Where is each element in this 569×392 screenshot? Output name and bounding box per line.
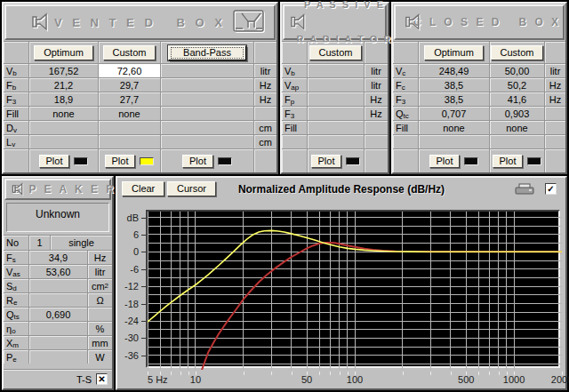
- closed-optimum-plot-button[interactable]: Plot: [429, 155, 461, 168]
- passive-radiator-panel: P A S S I V E R A D I A T O R Custom Vb …: [280, 2, 389, 174]
- x-axis-labels: 5 Hz105010050010002000: [148, 372, 562, 387]
- closed-fill-optimum-value[interactable]: none: [418, 120, 489, 134]
- speaker-eta-unit: %: [87, 321, 112, 335]
- vented-f3-bandpass-value[interactable]: [160, 92, 253, 106]
- vented-f3-custom-value[interactable]: 27,7: [98, 92, 160, 106]
- print-checkbox[interactable]: ✓: [545, 183, 557, 195]
- passive-fp-value[interactable]: [307, 92, 364, 106]
- vented-box-icon: [233, 10, 267, 35]
- speaker-qts-value[interactable]: 0,690: [28, 307, 87, 321]
- closed-row-label-qtc: Qtc: [393, 106, 418, 120]
- speaker-icon: [290, 12, 311, 32]
- closed-qtc-optimum-value[interactable]: 0,707: [418, 106, 489, 120]
- speaker-re-value[interactable]: [28, 292, 87, 307]
- vented-lv-optimum-value[interactable]: [28, 134, 98, 148]
- closed-f3-optimum-value[interactable]: 38,5: [418, 92, 489, 106]
- vented-dv-optimum-value[interactable]: [28, 120, 98, 134]
- vented-fill-bandpass-value[interactable]: [160, 106, 253, 120]
- closed-vc-optimum-value[interactable]: 248,49: [418, 63, 489, 77]
- clear-button[interactable]: Clear: [122, 181, 164, 196]
- speaker-row-label-eta: ηo: [4, 321, 28, 335]
- speaker-vas-value[interactable]: 53,60: [28, 264, 87, 278]
- chart-title: Normalized Amplitude Response (dB/Hz): [238, 183, 445, 196]
- ts-checkbox[interactable]: ✕: [96, 373, 108, 385]
- speaker-no-value[interactable]: 1: [28, 236, 50, 250]
- speaker-panel: S P E A K E R Unknown No 1 single Fs 34,…: [2, 176, 114, 390]
- vented-vb-bandpass-value[interactable]: [160, 63, 253, 77]
- vented-f3-optimum-value[interactable]: 18,9: [28, 92, 98, 106]
- speaker-sd-value[interactable]: [28, 278, 87, 292]
- closed-fc-optimum-value[interactable]: 38,5: [418, 77, 489, 92]
- vented-row-label-f3: F3: [4, 92, 28, 106]
- app-window: V E N T E D B O X Optimum Custom Band-Pa…: [0, 0, 569, 392]
- closed-fill-custom-value[interactable]: none: [489, 120, 544, 134]
- vented-lv-bandpass-value[interactable]: [160, 134, 253, 148]
- passive-plot-button[interactable]: Plot: [311, 155, 342, 168]
- vented-fb-bandpass-value[interactable]: [160, 77, 253, 92]
- passive-f3-unit: Hz: [364, 106, 388, 120]
- speaker-xm-value[interactable]: [28, 335, 87, 349]
- closed-box-title: C L O S E D B O X: [413, 16, 561, 28]
- vented-dv-unit: cm: [253, 120, 276, 134]
- speaker-icon: [405, 12, 426, 32]
- closed-f3-custom-value[interactable]: 41,6: [489, 92, 544, 106]
- closed-row-label-f3: F3: [393, 92, 418, 106]
- printer-icon[interactable]: [514, 183, 535, 196]
- speaker-row-label-vas: Vas: [4, 264, 28, 278]
- vented-optimum-plot-color: [74, 157, 88, 165]
- vented-custom-plot-button[interactable]: Plot: [105, 155, 136, 168]
- vented-dv-bandpass-value[interactable]: [160, 120, 253, 134]
- speaker-vas-unit: litr: [87, 264, 112, 278]
- closed-fc-custom-value[interactable]: 50,2: [489, 77, 544, 92]
- vented-corner-cell: [4, 42, 28, 63]
- speaker-pe-value[interactable]: [28, 349, 87, 364]
- vented-fb-optimum-value[interactable]: 21,2: [28, 77, 98, 92]
- passive-f3-value[interactable]: [307, 106, 364, 120]
- passive-radiator-title-line1: P A S S I V E: [297, 0, 393, 11]
- closed-custom-plot-color: [527, 157, 541, 165]
- closed-row-label-fill: Fill: [393, 120, 418, 134]
- y-axis-labels: dB60-6-12-18-24-30-36: [117, 212, 146, 370]
- vented-bandpass-plot-button[interactable]: Plot: [182, 155, 213, 168]
- vented-vb-custom-value[interactable]: 72,60: [98, 63, 160, 77]
- closed-vc-custom-value[interactable]: 50,00: [489, 63, 544, 77]
- passive-row-label-fp: Fp: [282, 92, 307, 106]
- vented-optimum-button[interactable]: Optimum: [34, 45, 93, 60]
- speaker-row-label-pe: Pe: [4, 349, 28, 364]
- vented-fill-custom-value[interactable]: none: [98, 106, 160, 120]
- vented-lv-custom-value[interactable]: [98, 134, 160, 148]
- vented-bandpass-button[interactable]: Band-Pass: [168, 45, 246, 60]
- vented-fill-optimum-value[interactable]: none: [28, 106, 98, 120]
- closed-qtc-custom-value[interactable]: 0,903: [489, 106, 544, 120]
- passive-fill-value[interactable]: [307, 120, 364, 134]
- speaker-type-value[interactable]: single: [50, 236, 112, 250]
- speaker-no-label: No: [4, 236, 28, 250]
- passive-custom-button[interactable]: Custom: [309, 45, 363, 60]
- vented-lv-unit: cm: [253, 134, 276, 148]
- vented-dv-custom-value[interactable]: [98, 120, 160, 134]
- closed-qtc-unit: [544, 106, 565, 120]
- speaker-fs-value[interactable]: 34,9: [28, 250, 87, 264]
- vented-fill-unit: [253, 106, 276, 120]
- vented-row-label-vb: Vb: [4, 63, 28, 77]
- speaker-name-box[interactable]: Unknown: [6, 203, 109, 232]
- chart-panel: Clear Cursor Normalized Amplitude Respon…: [116, 176, 567, 390]
- closed-fc-unit: Hz: [544, 77, 565, 92]
- speaker-eta-value[interactable]: [28, 321, 87, 335]
- plot-area[interactable]: [146, 210, 560, 368]
- vented-fb-custom-value[interactable]: 29,7: [98, 77, 160, 92]
- cursor-button[interactable]: Cursor: [167, 181, 216, 196]
- closed-custom-plot-button[interactable]: Plot: [493, 155, 524, 168]
- passive-vap-value[interactable]: [307, 77, 364, 92]
- speaker-row-label-sd: Sd: [4, 278, 28, 292]
- vented-custom-button[interactable]: Custom: [103, 45, 156, 60]
- vented-optimum-plot-button[interactable]: Plot: [39, 155, 70, 168]
- closed-vc-unit: litr: [544, 63, 565, 77]
- vented-vb-optimum-value[interactable]: 167,52: [28, 63, 98, 77]
- vented-row-label-fill: Fill: [4, 106, 28, 120]
- closed-custom-button[interactable]: Custom: [491, 45, 544, 60]
- closed-optimum-button[interactable]: Optimum: [424, 45, 484, 60]
- passive-row-label-fill: Fill: [282, 120, 307, 134]
- closed-fill-unit: [544, 120, 565, 134]
- passive-vb-value[interactable]: [307, 63, 364, 77]
